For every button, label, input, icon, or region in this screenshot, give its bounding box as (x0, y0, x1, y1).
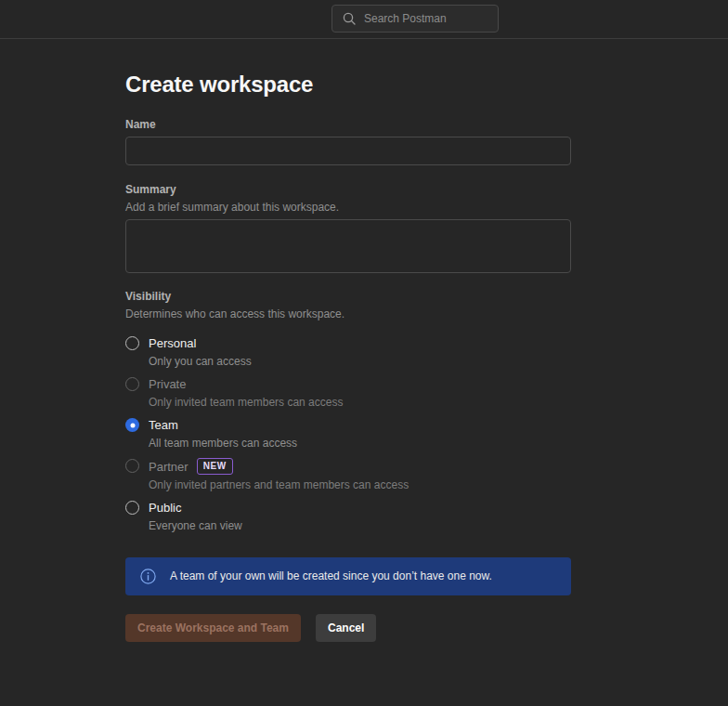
option-desc-partner: Only invited partners and team members c… (149, 478, 571, 491)
option-label-team: Team (149, 417, 178, 433)
page-title: Create workspace (125, 72, 571, 98)
search-input[interactable] (364, 12, 488, 25)
form-actions: Create Workspace and Team Cancel (125, 614, 571, 642)
create-workspace-and-team-button[interactable]: Create Workspace and Team (125, 614, 301, 642)
create-workspace-form: Create workspace Name Summary Add a brie… (0, 72, 571, 642)
visibility-options: Personal Only you can access Private Onl… (125, 335, 571, 532)
summary-label: Summary (125, 183, 571, 196)
radio-private-icon[interactable] (125, 377, 139, 391)
search-icon (343, 12, 356, 25)
visibility-option-public[interactable]: Public Everyone can view (125, 500, 571, 532)
search-box[interactable] (332, 5, 499, 33)
team-info-banner: A team of your own will be created since… (125, 557, 571, 595)
option-label-private: Private (149, 376, 186, 392)
name-input[interactable] (125, 137, 571, 165)
visibility-option-private[interactable]: Private Only invited team members can ac… (125, 376, 571, 409)
option-label-partner: Partner (149, 459, 188, 475)
option-label-personal: Personal (149, 335, 196, 351)
visibility-option-personal[interactable]: Personal Only you can access (125, 335, 571, 368)
new-badge: NEW (197, 458, 233, 475)
cancel-button[interactable]: Cancel (316, 614, 376, 642)
radio-personal-icon[interactable] (125, 336, 139, 350)
info-icon (140, 569, 156, 584)
option-desc-public: Everyone can view (149, 519, 571, 532)
option-desc-team: All team members can access (149, 437, 571, 450)
summary-description: Add a brief summary about this workspace… (125, 201, 571, 214)
banner-text: A team of your own will be created since… (170, 569, 492, 583)
radio-team-icon[interactable] (125, 418, 139, 432)
option-desc-private: Only invited team members can access (149, 396, 571, 409)
topbar (0, 0, 728, 39)
name-label: Name (125, 118, 571, 131)
summary-input[interactable] (125, 219, 571, 273)
option-label-public: Public (149, 500, 181, 516)
visibility-description: Determines who can access this workspace… (125, 307, 571, 320)
visibility-option-partner[interactable]: Partner NEW Only invited partners and te… (125, 458, 571, 491)
radio-partner-icon[interactable] (125, 459, 139, 473)
option-desc-personal: Only you can access (149, 355, 571, 368)
visibility-option-team[interactable]: Team All team members can access (125, 417, 571, 450)
radio-public-icon[interactable] (125, 501, 139, 515)
visibility-label: Visibility (125, 290, 571, 303)
